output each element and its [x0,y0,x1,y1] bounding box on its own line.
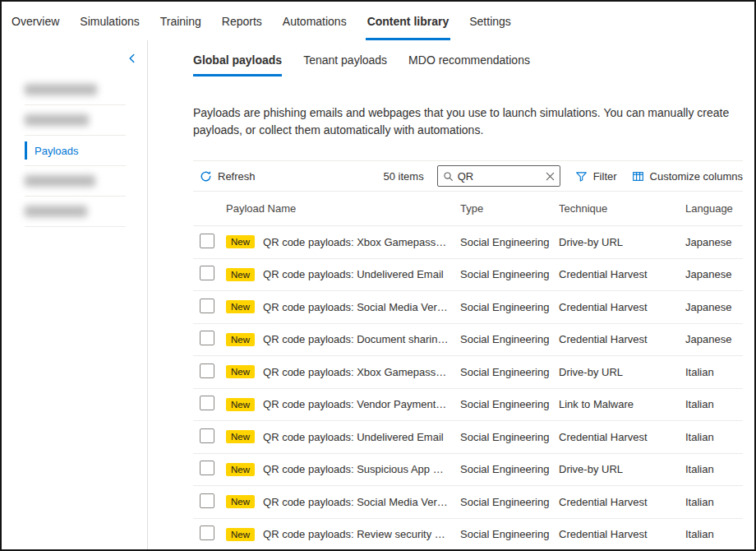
payload-type: Social Engineering [460,366,559,378]
payload-name-link[interactable]: QR code payloads: Document sharing with … [263,333,449,345]
column-header-language[interactable]: Language [685,202,743,215]
nav-tab-training[interactable]: Training [159,2,203,40]
table-row[interactable]: New QR code payloads: Undelivered Email … [193,258,743,291]
sidebar-item-redacted[interactable] [25,75,126,105]
sidebar-item-redacted[interactable] [25,166,126,197]
checkbox-cell [193,428,226,446]
clear-search-icon[interactable] [546,172,555,181]
payload-type: Social Engineering [460,496,559,508]
payload-name-cell: New QR code payloads: Undelivered Email [226,268,460,281]
table-row[interactable]: New QR code payloads: Xbox Gamepass memb… [193,355,743,388]
payload-name-link[interactable]: QR code payloads: Suspicious App Downloa… [263,463,449,475]
payload-language: Italian [685,463,743,475]
row-checkbox[interactable] [200,526,214,540]
tab-global-payloads[interactable]: Global payloads [193,53,282,76]
sidebar-collapse-button[interactable] [124,50,141,67]
nav-tab-simulations[interactable]: Simulations [78,2,141,40]
table-row[interactable]: New QR code payloads: Document sharing w… [193,323,743,356]
checkbox-cell [193,526,226,543]
checkbox-cell [193,396,226,413]
payload-technique: Credential Harvest [559,431,685,443]
search-box[interactable] [437,165,560,187]
sidebar-item-redacted[interactable] [25,197,126,227]
payload-name-link[interactable]: QR code payloads: Vendor Payment Confirm… [263,398,449,410]
payload-technique: Credential Harvest [559,496,685,508]
redacted-label [25,206,87,217]
checkbox-cell [193,461,226,478]
nav-tab-content-library[interactable]: Content library [366,2,451,40]
refresh-button[interactable]: Refresh [200,170,256,183]
payload-name-link[interactable]: QR code payloads: Social Media Verificat… [263,496,449,508]
column-header-technique[interactable]: Technique [559,202,685,215]
payload-name-link[interactable]: QR code payloads: Xbox Gamepass member..… [263,236,449,248]
row-checkbox[interactable] [200,461,214,475]
customize-columns-label: Customize columns [650,170,743,183]
nav-tab-settings[interactable]: Settings [468,2,513,40]
command-bar: Refresh 50 items [193,160,743,191]
table-row[interactable]: New QR code payloads: Xbox Gamepass memb… [193,225,743,258]
table-row[interactable]: New QR code payloads: Undelivered Email … [193,420,743,453]
payload-name-link[interactable]: QR code payloads: Xbox Gamepass member..… [263,366,449,378]
row-checkbox[interactable] [200,428,214,443]
table-row[interactable]: New QR code payloads: Social Media Verif… [193,290,743,323]
tab-tenant-payloads[interactable]: Tenant payloads [303,53,387,76]
table-row[interactable]: New QR code payloads: Suspicious App Dow… [193,453,743,486]
redacted-label [25,84,97,95]
row-checkbox[interactable] [200,493,214,508]
row-checkbox[interactable] [200,234,214,248]
payload-tabs: Global payloads Tenant payloads MDO reco… [193,53,743,76]
new-badge: New [226,365,255,378]
table-row[interactable]: New QR code payloads: Vendor Payment Con… [193,388,743,421]
redacted-label [25,175,95,187]
filter-button[interactable]: Filter [575,170,617,183]
payload-technique: Drive-by URL [559,236,685,248]
chevron-left-icon [127,53,138,64]
payload-language: Italian [685,398,743,410]
payload-language: Italian [685,366,743,378]
column-header-type[interactable]: Type [460,202,559,215]
payload-technique: Credential Harvest [559,301,685,313]
row-checkbox[interactable] [200,266,214,280]
payload-name-cell: New QR code payloads: Undelivered Email [226,430,460,443]
checkbox-cell [193,299,226,316]
payload-technique: Link to Malware [559,398,685,410]
payload-technique: Drive-by URL [559,463,685,475]
new-badge: New [226,463,255,476]
payload-type: Social Engineering [460,301,559,313]
tab-mdo-recommendations[interactable]: MDO recommendations [408,53,530,76]
payload-name-cell: New QR code payloads: Xbox Gamepass memb… [226,365,460,378]
sidebar-item-payloads[interactable]: Payloads [25,136,126,166]
row-checkbox[interactable] [200,363,214,378]
payload-name-cell: New QR code payloads: Social Media Verif… [226,495,460,508]
row-checkbox[interactable] [200,396,214,410]
sidebar-item-label: Payloads [35,145,78,157]
table-row[interactable]: New QR code payloads: Review security up… [193,518,743,551]
page-description: Payloads are phishing emails and webpage… [193,104,732,139]
refresh-label: Refresh [218,170,256,183]
payload-technique: Credential Harvest [559,528,685,540]
payload-name-link[interactable]: QR code payloads: Undelivered Email [263,268,444,280]
payload-technique: Drive-by URL [559,366,685,378]
payload-language: Japanese [685,333,743,345]
nav-tab-reports[interactable]: Reports [220,2,264,40]
nav-tab-overview[interactable]: Overview [10,2,61,40]
search-input[interactable] [458,170,542,183]
new-badge: New [226,398,255,411]
table-row[interactable]: New QR code payloads: Social Media Verif… [193,485,743,518]
sidebar-item-redacted[interactable] [25,105,126,136]
checkbox-cell [193,266,226,283]
payload-name-link[interactable]: QR code payloads: Social Media Verificat… [263,301,449,313]
row-checkbox[interactable] [200,331,214,345]
column-header-payload-name[interactable]: Payload Name [226,202,460,215]
customize-columns-button[interactable]: Customize columns [632,170,743,183]
payload-type: Social Engineering [460,398,559,410]
row-checkbox[interactable] [200,299,214,313]
items-count: 50 items [384,170,424,183]
payload-name-link[interactable]: QR code payloads: Review security update [263,528,449,540]
nav-tab-automations[interactable]: Automations [281,2,348,40]
sidebar: Payloads [2,40,148,549]
payload-name-link[interactable]: QR code payloads: Undelivered Email [263,431,444,443]
new-badge: New [226,268,255,281]
table-header: Payload Name Type Technique Language [193,191,743,225]
payload-language: Italian [685,528,743,540]
